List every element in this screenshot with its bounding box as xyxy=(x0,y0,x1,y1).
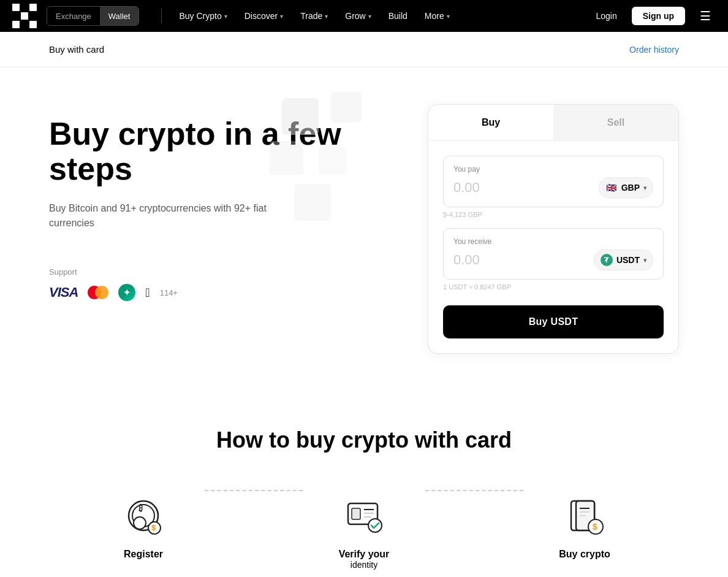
pay-currency-selector[interactable]: 🇬🇧 GBP ▾ xyxy=(599,177,653,198)
breadcrumb: Buy with card xyxy=(49,44,104,55)
nav-discover[interactable]: Discover ▾ xyxy=(237,7,290,25)
you-pay-value: 0.00 xyxy=(453,180,480,196)
step-buy-label: Buy crypto xyxy=(559,549,610,560)
apple-pay-icon:  xyxy=(145,286,150,300)
tab-buy[interactable]: Buy xyxy=(428,105,553,140)
paypal-icon: ✦ xyxy=(118,284,135,301)
you-receive-value: 0.00 xyxy=(453,252,480,268)
visa-icon: VISA xyxy=(49,285,78,300)
widget-tabs: Buy Sell xyxy=(428,105,678,141)
you-receive-label: You receive xyxy=(453,237,653,246)
svg-text:$: $ xyxy=(151,523,156,532)
svg-text:₿: ₿ xyxy=(138,503,143,513)
svg-point-2 xyxy=(134,517,146,529)
buy-crypto-icon: $ xyxy=(560,490,609,539)
steps-row: ₿ $ Register xyxy=(49,490,679,570)
hero-title: Buy crypto in a few steps xyxy=(49,117,379,186)
mastercard-orange-circle xyxy=(95,286,108,299)
nav-grow[interactable]: Grow ▾ xyxy=(338,7,378,25)
nav-actions: Login Sign up ☰ xyxy=(588,6,716,26)
rate-hint: 1 USDT ≈ 0.8247 GBP xyxy=(443,283,664,291)
receive-currency-label: USDT xyxy=(616,255,640,265)
verify-icon xyxy=(339,490,389,539)
breadcrumb-bar: Buy with card Order history xyxy=(0,32,728,67)
svg-point-11 xyxy=(368,519,382,532)
register-icon: ₿ $ xyxy=(119,490,168,539)
chevron-down-icon: ▾ xyxy=(643,257,646,264)
logo-grid xyxy=(12,4,37,28)
signup-button[interactable]: Sign up xyxy=(632,7,685,25)
more-count-label: 114+ xyxy=(160,288,178,297)
payment-icons: VISA ✦  114+ xyxy=(49,284,379,301)
chevron-down-icon: ▾ xyxy=(325,13,328,20)
mastercard-icon xyxy=(88,286,108,299)
step-verify-sublabel: identity xyxy=(351,560,377,570)
you-pay-row: 0.00 🇬🇧 GBP ▾ xyxy=(453,177,653,198)
pay-currency-label: GBP xyxy=(621,183,640,193)
gbp-flag-icon: 🇬🇧 xyxy=(605,182,618,194)
you-receive-group[interactable]: You receive 0.00 ₮ USDT ▾ xyxy=(443,228,664,280)
how-to-section: How to buy crypto with card ₿ $ Register xyxy=(0,391,728,577)
pay-range-hint: 9-4,123 GBP xyxy=(443,211,664,218)
chevron-down-icon: ▾ xyxy=(368,13,371,20)
chevron-down-icon: ▾ xyxy=(643,185,646,191)
nav-divider xyxy=(161,9,162,23)
you-pay-label: You pay xyxy=(453,165,653,174)
receive-currency-selector[interactable]: ₮ USDT ▾ xyxy=(594,250,653,270)
login-button[interactable]: Login xyxy=(588,7,624,25)
order-history-link[interactable]: Order history xyxy=(629,45,679,55)
tab-sell[interactable]: Sell xyxy=(553,105,678,140)
nav-trade[interactable]: Trade ▾ xyxy=(293,7,335,25)
step-register: ₿ $ Register xyxy=(82,490,205,560)
step-verify-label: Verify your xyxy=(339,549,390,560)
step-verify: Verify your identity xyxy=(303,490,425,570)
buy-sell-widget: Buy Sell You pay 0.00 🇬🇧 GBP ▾ 9-4,123 G… xyxy=(428,104,679,354)
left-section: Buy crypto in a few steps Buy Bitcoin an… xyxy=(49,104,379,301)
navbar: Exchange Wallet Buy Crypto ▾ Discover ▾ … xyxy=(0,0,728,32)
hero-subtitle: Buy Bitcoin and 91+ cryptocurrencies wit… xyxy=(49,201,282,231)
usdt-icon: ₮ xyxy=(601,254,613,266)
step-connector-1 xyxy=(205,490,303,510)
chevron-down-icon: ▾ xyxy=(280,13,283,20)
dotted-line-2 xyxy=(425,490,523,491)
widget-body: You pay 0.00 🇬🇧 GBP ▾ 9-4,123 GBP You re… xyxy=(428,141,678,353)
nav-toggle-group: Exchange Wallet xyxy=(47,6,139,26)
exchange-toggle[interactable]: Exchange xyxy=(47,7,100,25)
nav-links: Buy Crypto ▾ Discover ▾ Trade ▾ Grow ▾ B… xyxy=(172,7,588,25)
buy-usdt-button[interactable]: Buy USDT xyxy=(443,305,664,338)
support-label: Support xyxy=(49,267,379,277)
chevron-down-icon: ▾ xyxy=(447,13,450,20)
svg-rect-7 xyxy=(352,508,360,519)
step-register-label: Register xyxy=(124,549,163,560)
nav-buy-crypto[interactable]: Buy Crypto ▾ xyxy=(172,7,234,25)
logo[interactable] xyxy=(12,4,37,28)
step-buy: $ Buy crypto xyxy=(523,490,646,560)
dotted-line-1 xyxy=(205,490,303,491)
step-connector-2 xyxy=(425,490,523,510)
you-pay-group[interactable]: You pay 0.00 🇬🇧 GBP ▾ xyxy=(443,156,664,207)
how-to-title: How to buy crypto with card xyxy=(49,427,679,453)
main-content: Buy crypto in a few steps Buy Bitcoin an… xyxy=(0,67,728,391)
hamburger-menu-button[interactable]: ☰ xyxy=(695,6,716,26)
svg-text:$: $ xyxy=(593,522,597,532)
you-receive-row: 0.00 ₮ USDT ▾ xyxy=(453,250,653,270)
chevron-down-icon: ▾ xyxy=(224,13,227,20)
wallet-toggle[interactable]: Wallet xyxy=(100,7,139,25)
nav-more[interactable]: More ▾ xyxy=(417,7,457,25)
nav-build[interactable]: Build xyxy=(381,7,415,25)
